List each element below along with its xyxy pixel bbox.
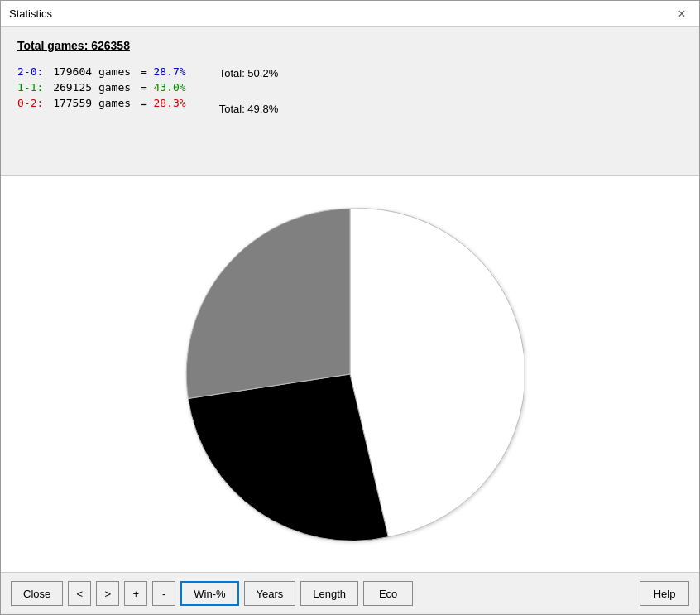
win-pct-button[interactable]: Win-% bbox=[180, 581, 238, 606]
length-button[interactable]: Length bbox=[300, 581, 358, 606]
stat-games-20: 179604 games bbox=[46, 65, 131, 78]
stat-pct-02: 28.3% bbox=[154, 97, 186, 109]
years-button[interactable]: Years bbox=[244, 581, 296, 606]
statistics-window: Statistics × Total games: 626358 2-0: 17… bbox=[0, 0, 700, 615]
window-title: Statistics bbox=[9, 7, 52, 20]
plus-button[interactable]: + bbox=[124, 581, 147, 606]
stat-eq-11: = bbox=[134, 81, 153, 94]
next-button[interactable]: > bbox=[96, 581, 119, 606]
stat-label-02: 0-2: bbox=[17, 97, 43, 109]
close-button[interactable]: Close bbox=[11, 581, 63, 606]
pie-chart bbox=[176, 200, 524, 548]
stats-left: 2-0: 179604 games = 28.7% 1-1: 269125 ga… bbox=[17, 65, 186, 138]
stats-grid: 2-0: 179604 games = 28.7% 1-1: 269125 ga… bbox=[17, 65, 683, 138]
stat-pct-11: 43.0% bbox=[154, 81, 186, 94]
footer: Close < > + - Win-% Years Length Eco Hel… bbox=[1, 573, 699, 614]
stat-games-11: 269125 games bbox=[46, 81, 131, 94]
eco-button[interactable]: Eco bbox=[363, 581, 413, 606]
stat-label-20: 2-0: bbox=[17, 65, 43, 78]
stat-row-02: 0-2: 177559 games = 28.3% bbox=[17, 97, 186, 109]
stats-right: Total: 50.2% Total: 49.8% bbox=[219, 65, 279, 138]
chart-area bbox=[1, 176, 699, 573]
stat-games-02: 177559 games bbox=[46, 97, 131, 109]
minus-button[interactable]: - bbox=[152, 581, 175, 606]
stat-eq-20: = bbox=[134, 65, 153, 78]
window-close-button[interactable]: × bbox=[673, 5, 691, 23]
stat-row-20: 2-0: 179604 games = 28.7% bbox=[17, 65, 186, 78]
stat-pct-20: 28.7% bbox=[154, 65, 186, 78]
prev-button[interactable]: < bbox=[68, 581, 91, 606]
stat-eq-02: = bbox=[134, 97, 153, 109]
stats-panel: Total games: 626358 2-0: 179604 games = … bbox=[1, 27, 699, 176]
stat-row-11: 1-1: 269125 games = 43.0% bbox=[17, 81, 186, 94]
help-button[interactable]: Help bbox=[640, 581, 689, 606]
stat-label-11: 1-1: bbox=[17, 81, 43, 94]
pie-slice-gray bbox=[186, 209, 350, 398]
total-games-label: Total games: 626358 bbox=[17, 39, 683, 52]
total-498-label: Total: 49.8% bbox=[219, 103, 279, 115]
title-bar: Statistics × bbox=[1, 1, 699, 27]
total-502-label: Total: 50.2% bbox=[219, 67, 279, 79]
